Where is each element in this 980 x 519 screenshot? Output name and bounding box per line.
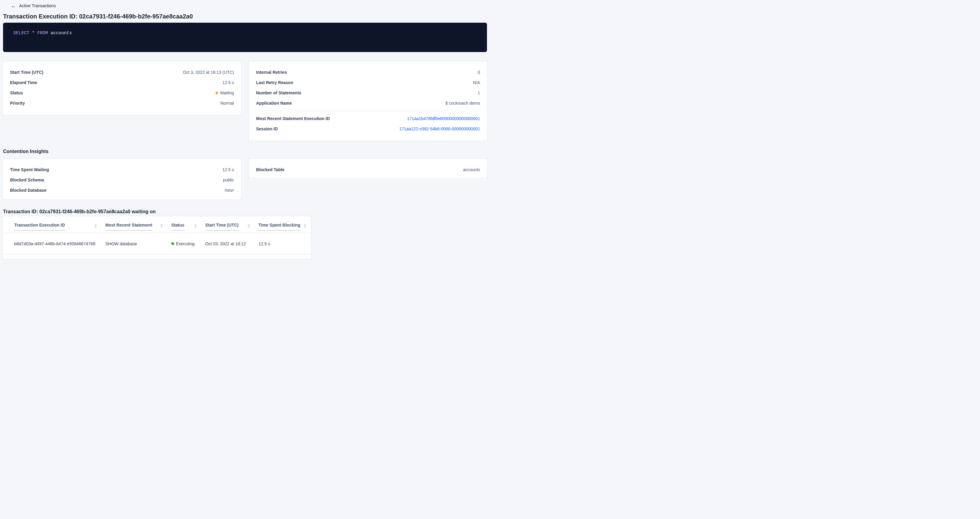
waiting-status-dot-icon (215, 92, 218, 94)
waiting-transactions-table: Transaction Execution ID Most Recent Sta… (2, 216, 312, 259)
sql-keyword-select: SELECT (13, 30, 29, 35)
contention-row-blocked-table: Blocked Table accounts (256, 165, 480, 175)
sql-statement-box: SELECT * FROM accounts (3, 23, 487, 52)
status-text: Executing (176, 241, 194, 246)
cell-status: Executing (171, 241, 197, 246)
summary-row-priority: Priority Normal (10, 98, 234, 108)
cell-most-recent-statement: SHOW database (105, 241, 163, 246)
sort-icon[interactable] (194, 223, 197, 228)
summary-row-number-of-statements: Number of Statements 1 (256, 88, 480, 98)
back-arrow-icon: ← (11, 3, 16, 8)
statement-execution-id-label: Most Recent Statement Execution ID (256, 116, 330, 121)
summary-row-start-time: Start Time (UTC) Oct 3, 2022 at 18:13 (U… (10, 67, 234, 78)
status-label: Status (10, 90, 23, 95)
status-text: Waiting (220, 90, 234, 95)
contention-insights-heading: Contention Insights (3, 149, 488, 154)
status-value: Waiting (215, 90, 234, 95)
page-title: Transaction Execution ID: 02ca7931-f246-… (3, 13, 490, 20)
sql-identifier: accounts (51, 30, 72, 35)
session-id-link[interactable]: 171aa122-c092-54b8-0000-000000000001 (399, 126, 480, 131)
column-header-status[interactable]: Status (171, 223, 197, 231)
elapsed-time-label: Elapsed Time (10, 80, 37, 85)
contention-card-right: Blocked Table accounts (248, 159, 488, 178)
sort-icon[interactable] (248, 223, 250, 228)
priority-label: Priority (10, 101, 25, 106)
waiting-on-heading: Transaction ID: 02ca7931-f246-469b-b2fe-… (3, 209, 488, 215)
summary-row-session-id: Session ID 171aa122-c092-54b8-0000-00000… (256, 124, 480, 134)
sort-icon[interactable] (304, 223, 306, 228)
sql-keyword-from: FROM (37, 30, 48, 35)
start-time-value: Oct 3, 2022 at 18:13 (UTC) (183, 70, 234, 75)
number-of-statements-label: Number of Statements (256, 90, 301, 95)
time-spent-waiting-label: Time Spent Waiting (10, 167, 49, 172)
summary-row-elapsed-time: Elapsed Time 12.5 s (10, 78, 234, 88)
column-label: Time Spent Blocking (258, 223, 300, 231)
contention-row-time-spent-waiting: Time Spent Waiting 12.5 s (10, 165, 234, 175)
blocked-table-value: accounts (463, 167, 480, 172)
blocked-schema-label: Blocked Schema (10, 178, 44, 183)
back-link-label: Active Transactions (19, 3, 56, 8)
time-spent-waiting-value: 12.5 s (223, 167, 234, 172)
column-label: Transaction Execution ID (14, 223, 65, 231)
statement-execution-id-link[interactable]: 171aa1b478fdf0e80000000000000001 (407, 116, 480, 121)
internal-retries-label: Internal Retries (256, 70, 287, 75)
last-retry-reason-value: N/A (473, 80, 480, 85)
application-name-label: Application Name (256, 101, 292, 106)
table-row: b8d7d03a-d497-446b-8474-e50846674768 SHO… (3, 233, 311, 254)
column-header-time-spent-blocking[interactable]: Time Spent Blocking (258, 223, 306, 231)
sort-icon[interactable] (94, 223, 97, 228)
cell-start-time: Oct 03, 2022 at 18:12 (205, 241, 250, 246)
column-label: Start Time (UTC) (205, 223, 239, 231)
executing-status-dot-icon (171, 242, 174, 245)
column-header-most-recent-statement[interactable]: Most Recent Statement (105, 223, 163, 231)
table-header-row: Transaction Execution ID Most Recent Sta… (3, 216, 311, 233)
blocked-table-label: Blocked Table (256, 167, 285, 172)
summary-row-statement-execution-id: Most Recent Statement Execution ID 171aa… (256, 113, 480, 124)
column-label: Most Recent Statement (105, 223, 152, 231)
column-label: Status (171, 223, 184, 231)
elapsed-time-value: 12.5 s (223, 80, 234, 85)
column-header-transaction-execution-id[interactable]: Transaction Execution ID (14, 223, 97, 231)
last-retry-reason-label: Last Retry Reason (256, 80, 293, 85)
sql-star: * (32, 30, 35, 35)
blocked-database-value: movr (224, 188, 234, 193)
start-time-label: Start Time (UTC) (10, 70, 43, 75)
cell-transaction-execution-id: b8d7d03a-d497-446b-8474-e50846674768 (14, 241, 97, 246)
back-link[interactable]: ← Active Transactions (0, 0, 490, 9)
session-id-label: Session ID (256, 126, 278, 131)
contention-row-blocked-database: Blocked Database movr (10, 185, 234, 195)
card-divider (256, 111, 480, 111)
blocked-database-label: Blocked Database (10, 188, 47, 193)
summary-row-application-name: Application Name $ cockroach demo (256, 98, 480, 108)
contention-row-blocked-schema: Blocked Schema public (10, 175, 234, 185)
transaction-details-page: ← Active Transactions Transaction Execut… (0, 0, 490, 259)
summary-row-status: Status Waiting (10, 88, 234, 98)
blocked-schema-value: public (223, 178, 234, 183)
summary-card-right: Internal Retries 0 Last Retry Reason N/A… (248, 61, 488, 141)
priority-value: Normal (220, 101, 234, 106)
number-of-statements-value: 1 (477, 90, 480, 95)
internal-retries-value: 0 (477, 70, 480, 75)
application-name-value: $ cockroach demo (445, 101, 480, 106)
cell-time-spent-blocking: 12.5 s (258, 241, 306, 246)
sql-statement: SELECT * FROM accounts (13, 30, 72, 35)
summary-card-left: Start Time (UTC) Oct 3, 2022 at 18:13 (U… (2, 61, 242, 115)
column-header-start-time[interactable]: Start Time (UTC) (205, 223, 250, 231)
summary-row-internal-retries: Internal Retries 0 (256, 67, 480, 78)
contention-card-left: Time Spent Waiting 12.5 s Blocked Schema… (2, 159, 242, 200)
sort-icon[interactable] (161, 223, 163, 228)
summary-row-last-retry-reason: Last Retry Reason N/A (256, 78, 480, 88)
